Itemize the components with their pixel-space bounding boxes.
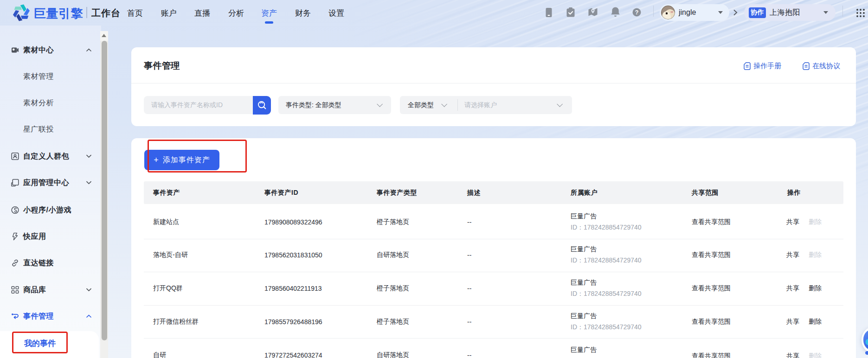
svg-text:?: ? <box>635 9 639 16</box>
